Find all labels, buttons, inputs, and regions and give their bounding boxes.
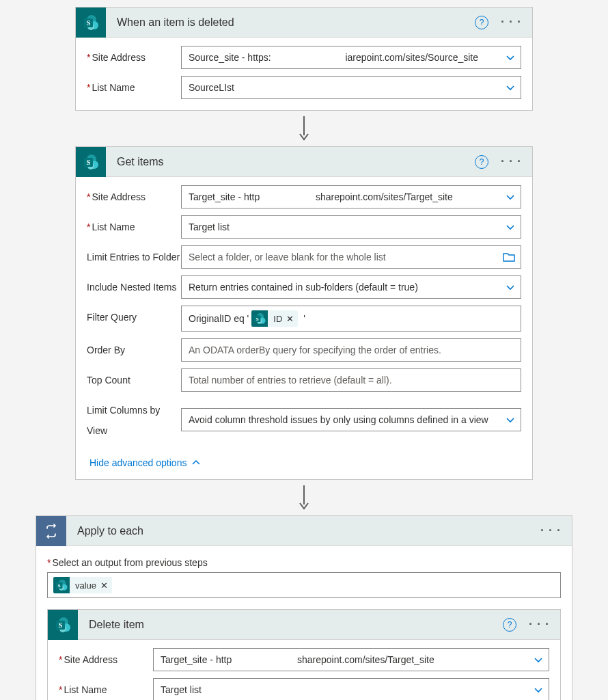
chevron-down-icon[interactable] [506, 415, 515, 425]
remove-token-icon[interactable]: ✕ [100, 580, 108, 591]
sharepoint-icon: S [76, 8, 106, 38]
chevron-down-icon[interactable] [506, 222, 515, 232]
svg-text:S: S [87, 159, 91, 166]
svg-text:S: S [256, 317, 259, 322]
step-delete-item: S Delete item ? · · · *Site Address Targ… [47, 609, 561, 700]
hide-advanced-options-link[interactable]: Hide advanced options [89, 457, 200, 468]
value-right: sharepoint.com/sites/Target_site [297, 654, 434, 665]
card-header[interactable]: S Get items ? · · · [76, 147, 532, 177]
token-value[interactable]: S value ✕ [53, 577, 112, 593]
value-left: Target_site - http [189, 191, 316, 202]
more-menu-icon[interactable]: · · · [498, 154, 524, 169]
chevron-down-icon[interactable] [506, 282, 515, 292]
help-icon[interactable]: ? [475, 155, 488, 169]
chevron-down-icon[interactable] [506, 83, 515, 92]
limit-folder-input[interactable]: Select a folder, or leave blank for the … [181, 245, 521, 269]
value: Target list [189, 221, 506, 232]
select-output-label: *Select an output from previous steps [47, 557, 561, 568]
sharepoint-icon: S [76, 147, 106, 177]
value-right: sharepoint.com/sites/Target_site [316, 191, 453, 202]
site-address-input[interactable]: Source_site - https: iarepoint.com/sites… [181, 46, 521, 69]
chevron-down-icon[interactable] [506, 53, 515, 62]
sharepoint-icon: S [48, 610, 78, 640]
field-list-name: *List Name SourceLIst [87, 76, 521, 99]
link-text: Hide advanced options [89, 457, 186, 468]
filter-prefix: OriginalID eq ' [189, 313, 249, 324]
list-name-input[interactable]: Target list [181, 215, 521, 239]
limit-columns-input[interactable]: Avoid column threshold issues by only us… [181, 408, 521, 431]
more-menu-icon[interactable]: · · · [498, 15, 524, 29]
field-site-address: *Site Address Target_site - http sharepo… [59, 648, 549, 671]
connector-arrow [0, 480, 608, 515]
label: Include Nested Items [87, 282, 177, 293]
connector-arrow [0, 111, 608, 146]
label: Limit Columns by View [87, 405, 160, 436]
label: List Name [64, 684, 107, 695]
help-icon[interactable]: ? [475, 16, 488, 29]
placeholder: An ODATA orderBy query for specifying th… [189, 345, 515, 355]
site-address-input[interactable]: Target_site - http sharepoint.com/sites/… [153, 648, 549, 671]
list-name-input[interactable]: SourceLIst [181, 76, 521, 99]
value-left: Target_site - http [161, 654, 297, 665]
site-address-input[interactable]: Target_site - http sharepoint.com/sites/… [181, 185, 521, 208]
card-title: Apply to each [66, 525, 538, 537]
value: SourceLIst [189, 82, 506, 93]
sharepoint-icon: S [251, 310, 268, 327]
chevron-down-icon[interactable] [506, 192, 515, 202]
token-label: ID [268, 314, 286, 324]
field-site-address: *Site Address Source_site - https: iarep… [87, 46, 521, 69]
field-limit-folder: Limit Entries to Folder Select a folder,… [87, 245, 521, 269]
label: Top Count [87, 375, 130, 386]
label: Filter Query [87, 312, 137, 323]
chevron-down-icon[interactable] [534, 655, 543, 664]
remove-token-icon[interactable]: ✕ [286, 314, 294, 324]
card-header[interactable]: Apply to each · · · [36, 516, 572, 546]
top-count-input[interactable]: Total number of entries to retrieve (def… [181, 368, 521, 392]
label: Site Address [92, 191, 146, 202]
more-menu-icon[interactable]: · · · [526, 617, 552, 632]
label: Site Address [92, 52, 146, 63]
field-order-by: Order By An ODATA orderBy query for spec… [87, 338, 521, 362]
more-menu-icon[interactable]: · · · [538, 524, 564, 538]
list-name-input[interactable]: Target list [153, 678, 549, 700]
label: Site Address [64, 654, 118, 665]
field-list-name: *List Name Target list [87, 215, 521, 239]
label: List Name [92, 82, 135, 93]
field-filter-query: Filter Query OriginalID eq ' [87, 306, 521, 332]
loop-icon [36, 516, 66, 546]
field-include-nested: Include Nested Items Return entries cont… [87, 275, 521, 299]
field-limit-columns: Limit Columns by View Avoid column thres… [87, 399, 521, 441]
field-list-name: *List Name Target list [59, 678, 549, 700]
placeholder: Select a folder, or leave blank for the … [189, 252, 503, 262]
value: Target list [161, 684, 534, 695]
chevron-up-icon [192, 459, 200, 467]
card-header[interactable]: S Delete item ? · · · [48, 610, 560, 640]
value: Avoid column threshold issues by only us… [189, 414, 506, 425]
svg-text:S: S [87, 19, 91, 27]
label: List Name [92, 221, 135, 232]
svg-text:S: S [58, 583, 61, 589]
label: Order By [87, 345, 125, 355]
help-icon[interactable]: ? [503, 618, 516, 632]
field-site-address: *Site Address Target_site - http sharepo… [87, 185, 521, 208]
label: Limit Entries to Folder [87, 252, 180, 262]
folder-icon[interactable] [503, 252, 515, 262]
card-title: When an item is deleted [106, 16, 475, 29]
svg-text:S: S [59, 621, 63, 629]
card-title: Delete item [78, 619, 503, 631]
filter-suffix: ' [303, 313, 305, 324]
placeholder: Total number of entries to retrieve (def… [189, 375, 515, 386]
include-nested-input[interactable]: Return entries contained in sub-folders … [181, 275, 521, 299]
value: Return entries contained in sub-folders … [189, 282, 506, 293]
card-header[interactable]: S When an item is deleted ? · · · [76, 8, 532, 38]
chevron-down-icon[interactable] [534, 685, 543, 695]
select-output-input[interactable]: S value ✕ [47, 572, 561, 598]
order-by-input[interactable]: An ODATA orderBy query for specifying th… [181, 338, 521, 362]
value-right: iarepoint.com/sites/Source_site [345, 52, 506, 63]
step-when-item-deleted: S When an item is deleted ? · · · *Site … [75, 7, 533, 111]
step-get-items: S Get items ? · · · *Site Address Target… [75, 146, 533, 480]
token-id[interactable]: S ID ✕ [251, 310, 298, 327]
filter-query-input[interactable]: OriginalID eq ' S [181, 306, 521, 332]
step-apply-to-each: Apply to each · · · *Select an output fr… [36, 515, 572, 700]
value-left: Source_site - https: [189, 52, 271, 63]
